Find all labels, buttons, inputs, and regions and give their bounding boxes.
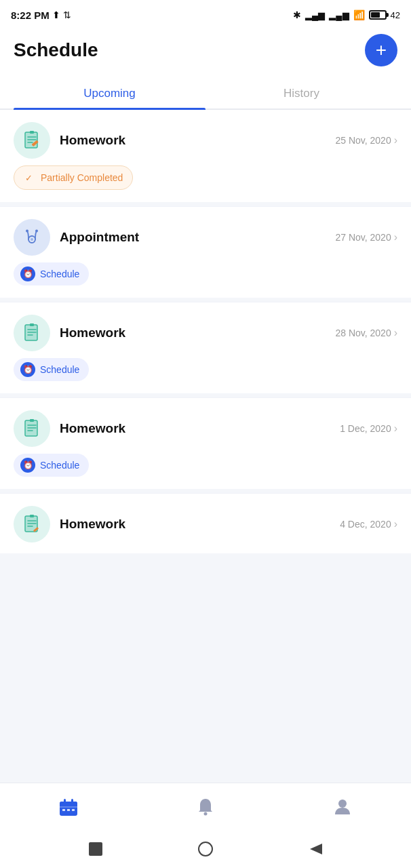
status-badge: ⏰ Schedule bbox=[14, 262, 89, 285]
header: Schedule + bbox=[0, 27, 411, 77]
list-item[interactable]: Homework 4 Dec, 2020 › bbox=[0, 493, 411, 553]
item-title: Homework bbox=[60, 133, 125, 148]
item-left: Homework bbox=[14, 315, 125, 351]
item-left: Homework bbox=[14, 410, 125, 447]
user-icon bbox=[332, 797, 353, 817]
android-nav-bar bbox=[0, 830, 411, 868]
clock-icon: ⏰ bbox=[20, 267, 35, 281]
homework-icon bbox=[14, 315, 50, 351]
status-bar: 8:22 PM ⬆ ⇅ ✱ ▂▄▆ ▂▄▆ 📶 42 bbox=[0, 0, 411, 27]
chevron-right-icon: › bbox=[394, 134, 397, 146]
item-title: Homework bbox=[60, 421, 125, 436]
android-home-circle[interactable] bbox=[198, 842, 213, 856]
status-right: ✱ ▂▄▆ ▂▄▆ 📶 42 bbox=[293, 9, 400, 20]
svg-rect-34 bbox=[62, 809, 65, 811]
svg-rect-35 bbox=[67, 809, 70, 811]
signal-icon: ▂▄▆ bbox=[305, 10, 325, 20]
item-date: 25 Nov, 2020 › bbox=[335, 134, 397, 146]
svg-point-10 bbox=[35, 230, 38, 233]
svg-point-8 bbox=[31, 238, 33, 241]
svg-rect-22 bbox=[30, 419, 34, 422]
svg-rect-28 bbox=[30, 515, 34, 517]
svg-point-40 bbox=[338, 800, 347, 808]
item-row: Homework 1 Dec, 2020 › bbox=[14, 410, 397, 447]
svg-rect-32 bbox=[60, 804, 77, 807]
calendar-icon bbox=[58, 796, 79, 818]
upload-icon: ⬆ bbox=[52, 9, 60, 20]
status-badge: ⏰ Schedule bbox=[14, 358, 89, 381]
data-transfer-icon: ⇅ bbox=[63, 9, 71, 20]
add-button[interactable]: + bbox=[365, 34, 397, 66]
item-row: Appointment 27 Nov, 2020 › bbox=[14, 219, 397, 256]
svg-rect-41 bbox=[89, 842, 102, 856]
svg-point-39 bbox=[204, 812, 208, 815]
partial-check-icon: ✓ bbox=[21, 170, 36, 185]
item-title: Homework bbox=[60, 517, 125, 532]
status-badge: ⏰ Schedule bbox=[14, 454, 89, 477]
appointment-icon bbox=[14, 219, 50, 256]
homework-icon bbox=[14, 122, 50, 159]
item-left: Homework bbox=[14, 122, 125, 159]
list-item[interactable]: Appointment 27 Nov, 2020 › ⏰ Schedule bbox=[0, 206, 411, 298]
svg-rect-16 bbox=[30, 323, 34, 326]
item-date: 28 Nov, 2020 › bbox=[335, 327, 397, 339]
chevron-right-icon: › bbox=[394, 518, 397, 530]
item-date: 1 Dec, 2020 › bbox=[340, 422, 397, 435]
status-left: 8:22 PM ⬆ ⇅ bbox=[11, 9, 71, 21]
list-item[interactable]: Homework 1 Dec, 2020 › ⏰ Schedule bbox=[0, 397, 411, 489]
nav-calendar[interactable] bbox=[48, 790, 89, 824]
nav-profile[interactable] bbox=[322, 790, 363, 824]
clock-icon: ⏰ bbox=[20, 458, 35, 473]
schedule-list: Homework 25 Nov, 2020 › ✓ Partially Comp… bbox=[0, 110, 411, 783]
homework-icon bbox=[14, 506, 50, 542]
svg-rect-36 bbox=[72, 809, 75, 811]
nav-notifications[interactable] bbox=[185, 790, 226, 824]
signal2-icon: ▂▄▆ bbox=[329, 10, 349, 20]
status-time: 8:22 PM bbox=[11, 9, 50, 21]
bluetooth-icon: ✱ bbox=[293, 9, 301, 20]
chevron-right-icon: › bbox=[394, 231, 397, 243]
tab-history[interactable]: History bbox=[206, 77, 397, 108]
item-row: Homework 28 Nov, 2020 › bbox=[14, 315, 397, 351]
status-badge: ✓ Partially Completed bbox=[14, 165, 133, 190]
svg-rect-38 bbox=[71, 799, 73, 803]
wifi-icon: 📶 bbox=[353, 9, 365, 20]
list-item[interactable]: Homework 25 Nov, 2020 › ✓ Partially Comp… bbox=[0, 110, 411, 202]
svg-point-42 bbox=[199, 842, 212, 856]
homework-icon bbox=[14, 410, 50, 447]
item-date: 27 Nov, 2020 › bbox=[335, 231, 397, 243]
page-title: Schedule bbox=[14, 39, 98, 61]
battery-icon bbox=[369, 10, 387, 20]
bell-icon bbox=[195, 797, 216, 817]
bottom-nav bbox=[0, 783, 411, 830]
item-row: Homework 4 Dec, 2020 › bbox=[14, 506, 397, 542]
android-back-square[interactable] bbox=[89, 842, 102, 856]
svg-rect-37 bbox=[64, 799, 66, 803]
tabs: Upcoming History bbox=[0, 77, 411, 110]
tab-upcoming[interactable]: Upcoming bbox=[14, 77, 206, 108]
clock-icon: ⏰ bbox=[20, 362, 35, 377]
chevron-right-icon: › bbox=[394, 327, 397, 339]
item-date: 4 Dec, 2020 › bbox=[340, 518, 397, 530]
svg-marker-43 bbox=[310, 844, 322, 854]
svg-rect-5 bbox=[30, 131, 34, 134]
item-left: Appointment bbox=[14, 219, 139, 256]
android-back-triangle[interactable] bbox=[309, 842, 322, 856]
item-title: Appointment bbox=[60, 230, 139, 245]
item-left: Homework bbox=[14, 506, 125, 542]
item-title: Homework bbox=[60, 326, 125, 340]
chevron-right-icon: › bbox=[394, 422, 397, 435]
list-item[interactable]: Homework 28 Nov, 2020 › ⏰ Schedule bbox=[0, 302, 411, 393]
battery-level: 42 bbox=[391, 10, 400, 20]
svg-point-9 bbox=[26, 230, 28, 233]
item-row: Homework 25 Nov, 2020 › bbox=[14, 122, 397, 159]
